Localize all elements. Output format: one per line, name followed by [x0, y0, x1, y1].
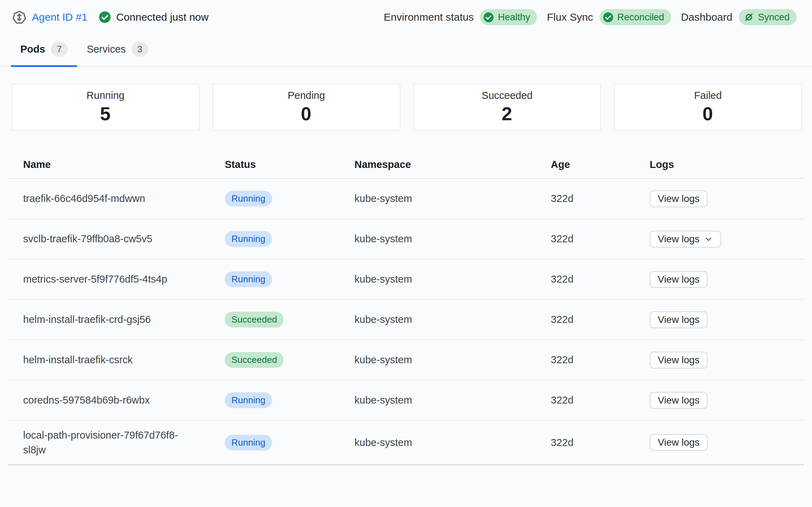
pod-status-cell: Running	[225, 428, 354, 458]
pod-logs-cell: View logs	[650, 304, 804, 335]
check-circle-icon	[603, 12, 614, 23]
summary-card-pending: Pending 0	[212, 84, 400, 130]
tab-services[interactable]: Services 3	[77, 36, 158, 66]
pod-summary-cards: Running 5 Pending 0 Succeeded 2 Failed 0	[12, 84, 802, 130]
pod-name: svclb-traefik-79ffb0a8-cw5v5	[23, 224, 225, 253]
view-logs-button[interactable]: View logs	[650, 311, 708, 328]
pod-age: 322d	[551, 387, 650, 413]
pod-name: helm-install-traefik-crd-gsj56	[23, 305, 225, 334]
summary-card-label: Failed	[694, 90, 722, 101]
view-logs-button[interactable]: View logs	[650, 352, 708, 369]
pod-age: 322d	[551, 266, 650, 292]
pod-logs-cell: View logs	[650, 264, 804, 295]
table-row: helm-install-traefik-crd-gsj56 Succeeded…	[8, 300, 804, 340]
pod-logs-cell: View logs	[650, 224, 804, 255]
status-badge: Succeeded	[225, 312, 284, 327]
environment-status-bar: Environment status Healthy Flux Sync	[384, 9, 797, 25]
healthy-badge-label: Healthy	[498, 12, 530, 23]
pod-name: local-path-provisioner-79f67d76f8-sl8jw	[23, 421, 225, 464]
table-row: helm-install-traefik-csrck Succeeded kub…	[8, 340, 804, 380]
pod-logs-cell: View logs	[650, 385, 804, 416]
view-logs-label: View logs	[658, 354, 699, 366]
pod-logs-cell: View logs	[650, 427, 804, 458]
reconciled-badge: Reconciled	[600, 9, 671, 25]
pod-namespace: kube-system	[354, 226, 551, 252]
pod-namespace: kube-system	[354, 347, 551, 373]
pod-logs-cell: View logs	[650, 345, 804, 376]
pod-namespace: kube-system	[354, 266, 551, 292]
table-row: svclb-traefik-79ffb0a8-cw5v5 Running kub…	[8, 219, 804, 259]
pods-count-badge: 7	[51, 42, 68, 56]
agent-id-link[interactable]: Agent ID #1	[32, 11, 87, 23]
pod-name: metrics-server-5f9f776df5-4ts4p	[23, 265, 225, 293]
environment-status-group: Environment status Healthy	[384, 9, 537, 25]
pod-namespace: kube-system	[354, 387, 551, 413]
pod-namespace: kube-system	[354, 186, 551, 211]
column-header-status: Status	[225, 152, 354, 177]
synced-badge: Synced	[739, 9, 797, 25]
view-logs-button[interactable]: View logs	[650, 392, 708, 409]
status-badge: Succeeded	[225, 352, 284, 368]
dashboard-sync-group: Dashboard Synced	[681, 9, 797, 25]
view-logs-label: View logs	[658, 314, 699, 325]
summary-card-running: Running 5	[12, 84, 199, 130]
services-count-badge: 3	[131, 42, 148, 56]
table-row: traefik-66c46d954f-mdwwn Running kube-sy…	[8, 179, 804, 219]
tab-pods[interactable]: Pods 7	[11, 36, 77, 66]
table-row: local-path-provisioner-79f67d76f8-sl8jw …	[8, 421, 804, 465]
view-logs-label: View logs	[658, 395, 699, 406]
pod-name: helm-install-traefik-csrck	[23, 345, 225, 374]
tab-pods-label: Pods	[20, 43, 45, 55]
flux-sync-group: Flux Sync Reconciled	[547, 9, 671, 25]
environment-status-label: Environment status	[384, 11, 474, 23]
pods-table-body: traefik-66c46d954f-mdwwn Running kube-sy…	[8, 179, 804, 465]
connected-check-icon	[99, 11, 111, 23]
view-logs-label: View logs	[658, 234, 699, 245]
synced-badge-label: Synced	[758, 12, 790, 23]
pod-status-cell: Succeeded	[225, 345, 354, 375]
sync-icon	[744, 12, 754, 22]
agent-icon	[12, 10, 27, 25]
chevron-down-icon	[704, 235, 713, 244]
pod-status-cell: Succeeded	[225, 305, 354, 334]
column-header-age: Age	[551, 152, 650, 177]
status-badge: Running	[225, 435, 272, 451]
pod-status-cell: Running	[225, 264, 354, 294]
pod-status-cell: Running	[225, 385, 354, 415]
summary-card-value: 5	[100, 103, 111, 124]
check-circle-icon	[483, 12, 494, 23]
table-row: metrics-server-5f9f776df5-4ts4p Running …	[8, 259, 804, 300]
view-logs-button[interactable]: View logs	[650, 190, 708, 207]
status-badge: Running	[225, 231, 272, 247]
status-badge: Running	[225, 271, 272, 287]
pod-age: 322d	[551, 347, 650, 373]
pod-name: coredns-597584b69b-r6wbx	[23, 386, 225, 414]
tab-bar: Pods 7 Services 3	[0, 36, 812, 67]
summary-card-value: 0	[301, 103, 312, 124]
summary-card-label: Pending	[287, 90, 325, 101]
view-logs-button[interactable]: View logs	[650, 271, 708, 288]
pod-status-cell: Running	[225, 224, 354, 254]
reconciled-badge-label: Reconciled	[617, 12, 664, 23]
view-logs-label: View logs	[658, 193, 699, 204]
status-badge: Running	[225, 392, 272, 408]
view-logs-button[interactable]: View logs	[650, 231, 721, 248]
column-header-namespace: Namespace	[354, 152, 551, 177]
summary-card-failed: Failed 0	[614, 84, 802, 130]
pod-age: 322d	[551, 226, 650, 252]
summary-card-label: Running	[87, 90, 124, 101]
healthy-badge: Healthy	[480, 9, 537, 25]
pod-name: traefik-66c46d954f-mdwwn	[23, 184, 225, 213]
dashboard-label: Dashboard	[681, 11, 732, 23]
summary-card-value: 2	[502, 103, 513, 124]
connection-status-text: Connected just now	[116, 11, 209, 23]
column-header-name: Name	[23, 152, 225, 177]
summary-card-value: 0	[703, 103, 713, 124]
pods-table-header: Name Status Namespace Age Logs	[8, 151, 804, 179]
view-logs-label: View logs	[658, 437, 699, 448]
table-row: coredns-597584b69b-r6wbx Running kube-sy…	[8, 380, 804, 421]
summary-card-succeeded: Succeeded 2	[413, 84, 601, 130]
column-header-logs: Logs	[650, 152, 804, 177]
view-logs-button[interactable]: View logs	[650, 434, 708, 451]
agent-connection-group: Agent ID #1 Connected just now	[12, 10, 209, 25]
